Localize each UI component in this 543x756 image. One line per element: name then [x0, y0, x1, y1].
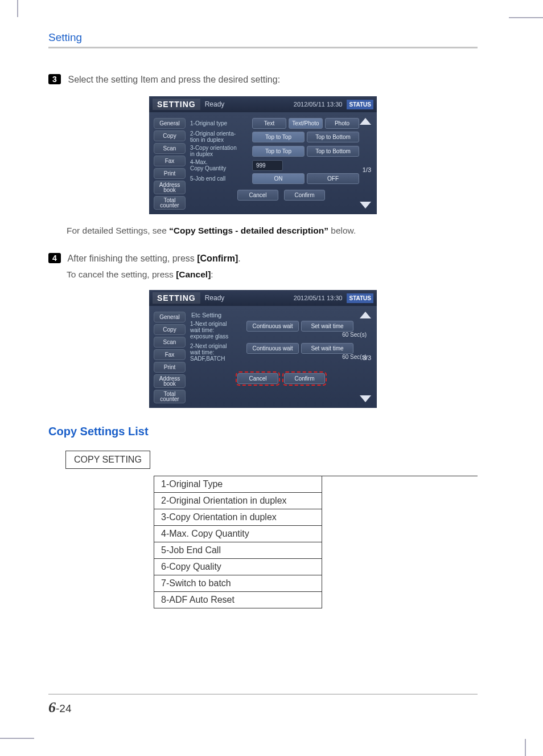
row-label: 3-Copy orientation in duplex: [190, 145, 250, 157]
footer-rule: [48, 694, 478, 694]
tab-fax[interactable]: Fax: [154, 349, 186, 360]
status-button[interactable]: STATUS: [347, 293, 373, 303]
etc-header: Etc Setting: [191, 312, 372, 318]
list-item: 5-Job End Call: [154, 542, 322, 559]
wait-value: 60 Sec(s): [246, 354, 372, 360]
max-qty-value[interactable]: 999: [252, 160, 283, 171]
step-3: 3 Select the setting Item and press the …: [48, 74, 478, 85]
row-label: 2-Original orienta- tion in duplex: [190, 130, 250, 143]
row-label: 2-Next original wait time: SADF,BATCH: [190, 343, 244, 362]
side-tabs: General Copy Scan Fax Print Address book…: [154, 118, 186, 210]
tab-totalcounter[interactable]: Total counter: [154, 196, 186, 210]
list-item: 1-Original Type: [154, 476, 322, 493]
page-indicator: 1/3: [363, 166, 371, 173]
row-label: 1-Original type: [190, 120, 250, 126]
status-button[interactable]: STATUS: [347, 100, 373, 109]
opt-toptobottom[interactable]: Top to Bottom: [307, 132, 359, 142]
list-item: 3-Copy Orientation in duplex: [154, 509, 322, 526]
opt-continuous[interactable]: Continuous wait: [246, 321, 299, 332]
tab-scan[interactable]: Scan: [154, 143, 186, 154]
row-label: 4-Max. Copy Quantity: [190, 159, 250, 171]
step-badge: 4: [48, 253, 61, 263]
tab-addressbook[interactable]: Address book: [154, 374, 186, 388]
tab-addressbook[interactable]: Address book: [154, 181, 186, 194]
page-down-icon[interactable]: [360, 202, 371, 209]
tree-root: COPY SETTING: [65, 451, 150, 469]
tab-print[interactable]: Print: [154, 168, 186, 179]
detail-note: For detailed Settings, see “Copy Setting…: [67, 226, 478, 236]
tab-copy[interactable]: Copy: [154, 130, 186, 141]
list-item: 6-Copy Quality: [154, 559, 322, 575]
opt-setwait[interactable]: Set wait time: [301, 343, 353, 354]
opt-textphoto[interactable]: Text/Photo: [289, 118, 323, 129]
datetime: 2012/05/11 13:30: [294, 295, 343, 301]
row-label: 1-Next original wait time: exposure glas…: [190, 321, 244, 340]
list-item: 4-Max. Copy Quantity: [154, 526, 322, 542]
page-down-icon[interactable]: [360, 395, 371, 402]
screenshot-etc-setting: SETTING Ready 2012/05/11 13:30 STATUS Ge…: [149, 290, 377, 408]
copy-settings-list-heading: Copy Settings List: [48, 425, 478, 438]
section-title: Setting: [48, 31, 478, 44]
tab-copy[interactable]: Copy: [154, 324, 186, 335]
page-up-icon[interactable]: [360, 118, 371, 125]
opt-toptobottom[interactable]: Top to Bottom: [307, 146, 359, 157]
tab-scan[interactable]: Scan: [154, 337, 186, 348]
datetime: 2012/05/11 13:30: [294, 101, 343, 108]
page-up-icon[interactable]: [360, 312, 371, 318]
opt-off[interactable]: OFF: [307, 173, 359, 184]
screenshot-copy-settings: SETTING Ready 2012/05/11 13:30 STATUS Ge…: [149, 96, 377, 214]
tab-fax[interactable]: Fax: [154, 156, 186, 166]
wait-value: 60 Sec(s): [246, 332, 372, 338]
step-4-sub: To cancel the setting, press [Cancel]:: [67, 269, 478, 280]
tab-general[interactable]: General: [154, 312, 186, 322]
confirm-button[interactable]: Confirm: [284, 190, 325, 201]
list-item: 7-Switch to batch: [154, 575, 322, 592]
opt-toptotop[interactable]: Top to Top: [252, 132, 305, 142]
opt-continuous[interactable]: Continuous wait: [246, 343, 299, 354]
settings-tree: 1-Original Type 2-Original Orientation i…: [154, 476, 478, 608]
page-indicator: 3/3: [363, 354, 371, 361]
panel-title: SETTING: [153, 99, 200, 110]
opt-setwait[interactable]: Set wait time: [301, 321, 353, 332]
list-item: 2-Original Orientation in duplex: [154, 493, 322, 509]
side-tabs: General Copy Scan Fax Print Address book…: [154, 312, 186, 403]
cancel-button[interactable]: Cancel: [237, 373, 278, 384]
list-item: 8-ADF Auto Reset: [154, 592, 322, 608]
opt-text[interactable]: Text: [252, 118, 286, 129]
step-4: 4 After finishing the setting, press [Co…: [48, 253, 478, 264]
panel-title: SETTING: [153, 292, 200, 304]
divider: [48, 47, 478, 48]
status-text: Ready: [205, 294, 225, 302]
opt-toptotop[interactable]: Top to Top: [252, 146, 305, 157]
opt-on[interactable]: ON: [252, 173, 305, 184]
confirm-button[interactable]: Confirm: [284, 373, 325, 384]
tab-totalcounter[interactable]: Total counter: [154, 390, 186, 403]
cancel-button[interactable]: Cancel: [237, 190, 278, 201]
tab-print[interactable]: Print: [154, 362, 186, 373]
opt-photo[interactable]: Photo: [325, 118, 359, 129]
status-text: Ready: [205, 100, 225, 108]
tab-general[interactable]: General: [154, 118, 186, 129]
step-text: Select the setting Item and press the de…: [68, 75, 280, 84]
step-badge: 3: [48, 74, 61, 84]
page-number: 6-24: [48, 699, 71, 716]
row-label: 5-Job end call: [190, 175, 250, 182]
